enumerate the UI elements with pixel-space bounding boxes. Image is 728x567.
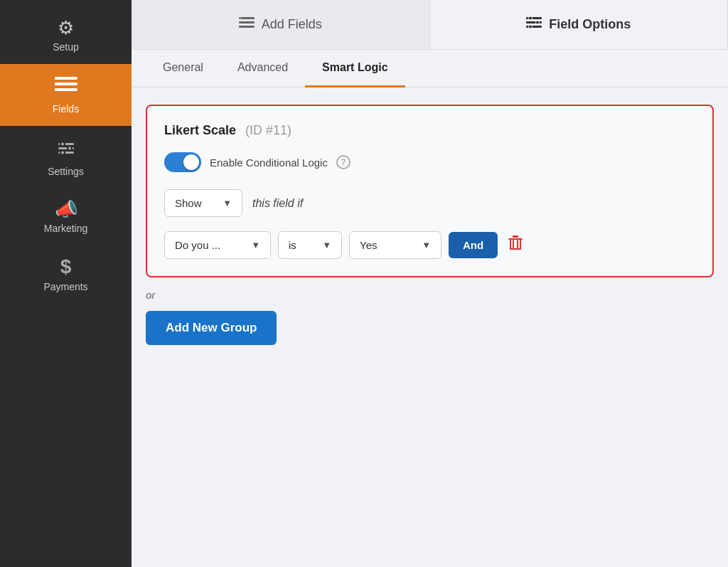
or-label: or (146, 289, 714, 301)
add-fields-icon (239, 16, 255, 33)
value-dropdown[interactable]: Yes ▼ (349, 231, 441, 259)
card-title-text: Likert Scale (164, 123, 236, 137)
svg-rect-27 (513, 240, 514, 250)
add-new-group-button[interactable]: Add New Group (146, 311, 277, 345)
content-area: Likert Scale (ID #11) Enable Conditional… (132, 88, 728, 567)
svg-rect-13 (239, 21, 255, 23)
show-dropdown-value: Show (175, 197, 202, 209)
card-title: Likert Scale (ID #11) (164, 123, 695, 138)
sidebar-item-marketing[interactable]: 📣 Marketing (0, 189, 132, 245)
gear-icon: ⚙ (58, 18, 74, 37)
sidebar-item-setup-label: Setup (53, 41, 79, 53)
svg-point-11 (60, 151, 65, 155)
svg-point-19 (529, 16, 532, 20)
svg-rect-5 (55, 88, 59, 91)
svg-point-10 (68, 147, 72, 151)
field-condition-value: Do you ... (175, 239, 220, 251)
sidebar-item-fields[interactable]: Fields (0, 64, 132, 126)
top-tab-bar: Add Fields Field Options (132, 0, 728, 50)
fields-icon (55, 75, 77, 99)
tab-field-options-label: Field Options (549, 17, 631, 32)
operator-dropdown[interactable]: is ▼ (278, 231, 342, 259)
sub-tab-smart-logic[interactable]: Smart Logic (305, 50, 405, 88)
show-dropdown-arrow: ▼ (223, 198, 232, 208)
svg-rect-22 (508, 238, 523, 240)
svg-rect-3 (55, 77, 59, 80)
condition-row: Do you ... ▼ is ▼ Yes ▼ And (164, 231, 695, 259)
sidebar-item-payments[interactable]: $ Payments (0, 245, 132, 304)
marketing-icon: 📣 (55, 200, 77, 218)
svg-point-9 (60, 142, 65, 147)
sidebar-item-settings[interactable]: Settings (0, 126, 132, 189)
main-content: Add Fields Field Options General Advance… (132, 0, 728, 567)
show-row: Show ▼ this field if (164, 189, 695, 217)
svg-rect-23 (513, 235, 518, 238)
field-options-icon (526, 16, 542, 33)
delete-condition-icon[interactable] (508, 235, 523, 255)
sidebar: ⚙ Setup Fields Setti (0, 0, 132, 567)
svg-rect-24 (510, 240, 511, 250)
toggle-label: Enable Conditional Logic (210, 157, 328, 169)
tab-add-fields[interactable]: Add Fields (132, 0, 430, 49)
sidebar-item-fields-label: Fields (53, 103, 79, 115)
show-dropdown[interactable]: Show ▼ (164, 189, 242, 217)
field-condition-dropdown[interactable]: Do you ... ▼ (164, 231, 271, 259)
sub-tab-advanced[interactable]: Advanced (220, 50, 305, 88)
svg-rect-26 (510, 248, 521, 250)
card-title-id: (ID #11) (245, 123, 291, 137)
sub-tab-bar: General Advanced Smart Logic (132, 50, 728, 88)
toggle-row: Enable Conditional Logic ? (164, 152, 695, 172)
svg-rect-15 (239, 17, 242, 19)
payments-icon: $ (60, 257, 72, 277)
svg-point-21 (529, 25, 532, 28)
svg-point-20 (536, 21, 540, 24)
logic-card: Likert Scale (ID #11) Enable Conditional… (146, 105, 714, 277)
help-icon[interactable]: ? (336, 155, 350, 169)
conditional-logic-toggle[interactable] (164, 152, 201, 172)
field-dropdown-arrow: ▼ (251, 240, 260, 250)
field-if-text: this field if (252, 197, 303, 210)
svg-rect-25 (520, 240, 521, 250)
tab-field-options[interactable]: Field Options (430, 0, 729, 49)
sidebar-item-settings-label: Settings (48, 166, 84, 177)
svg-rect-4 (55, 83, 59, 85)
sidebar-item-payments-label: Payments (43, 281, 87, 292)
sidebar-item-marketing-label: Marketing (44, 223, 87, 234)
svg-rect-28 (517, 240, 518, 250)
tab-add-fields-label: Add Fields (262, 17, 322, 32)
value-dropdown-value: Yes (360, 239, 377, 251)
sub-tab-general[interactable]: General (146, 50, 220, 88)
settings-icon (55, 137, 77, 161)
sidebar-item-setup[interactable]: ⚙ Setup (0, 7, 132, 64)
value-dropdown-arrow: ▼ (422, 240, 431, 250)
and-button[interactable]: And (449, 232, 498, 258)
operator-value: is (289, 239, 296, 251)
operator-dropdown-arrow: ▼ (322, 240, 331, 250)
svg-rect-14 (239, 26, 255, 28)
